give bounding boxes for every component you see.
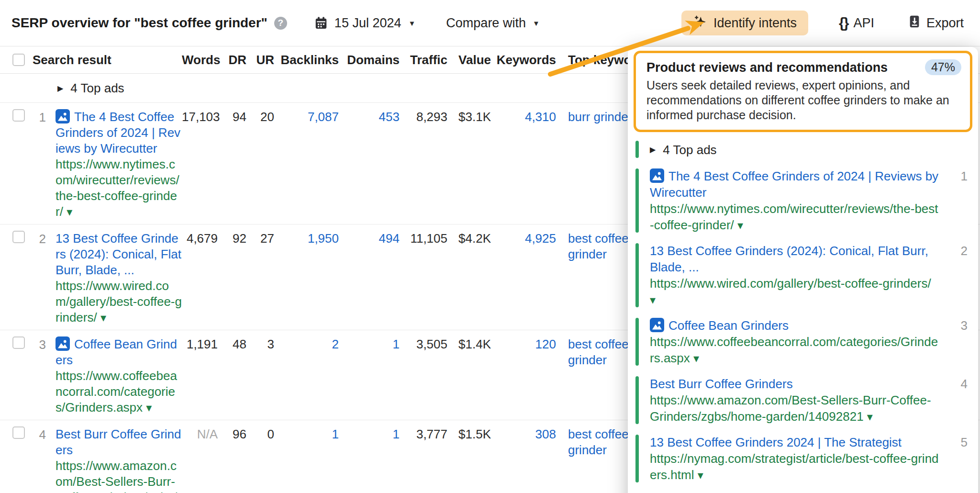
domains-link[interactable]: 494 (339, 231, 400, 246)
result-title-link[interactable]: 13 Best Coffee Grinders (2024): Conical,… (650, 244, 928, 274)
panel-result: 1 The 4 Best Coffee Grinders of 2024 | R… (635, 168, 969, 234)
caret-right-icon: ▶ (650, 142, 656, 158)
compare-with-label: Compare with (446, 16, 526, 31)
keywords-link[interactable]: 308 (491, 426, 556, 442)
panel-result: 4 Best Burr Coffee Grinders https://www.… (635, 375, 969, 426)
panel-result: 2 13 Best Coffee Grinders (2024): Conica… (635, 242, 969, 309)
column-header-search-result: Search result (30, 53, 182, 67)
ur-value: 3 (246, 336, 274, 352)
search-result-cell: Best Burr Coffee Grinders https://www.am… (46, 426, 182, 493)
words-value: 17,103 (182, 109, 218, 125)
domains-link[interactable]: 1 (339, 336, 400, 352)
row-checkbox[interactable] (12, 336, 25, 349)
serp-position: 1 (30, 109, 46, 125)
traffic-value: 3,505 (400, 336, 447, 352)
identify-intents-button[interactable]: Identify intents (681, 11, 808, 35)
select-all-checkbox[interactable] (12, 54, 25, 66)
date-picker[interactable]: 15 Jul 2024 ▼ (314, 16, 415, 31)
backlinks-link[interactable]: 7,087 (274, 109, 339, 125)
result-title-link[interactable]: Coffee Bean Grinders (668, 318, 789, 333)
column-header-keywords: Keywords (491, 53, 556, 67)
serp-position: 5 (961, 434, 968, 450)
url-dropdown-caret[interactable]: ▾ (67, 205, 72, 218)
thumbnail-icon (56, 109, 70, 123)
column-header-backlinks: Backlinks (274, 53, 339, 67)
domains-link[interactable]: 453 (339, 109, 400, 125)
calendar-icon (314, 16, 328, 30)
column-header-words: Words (182, 53, 218, 67)
intent-match-bar (635, 435, 639, 482)
chevron-down-icon: ▼ (408, 19, 415, 27)
sparkles-icon (693, 14, 707, 32)
dr-value: 92 (218, 231, 246, 246)
domains-link[interactable]: 1 (339, 426, 400, 442)
result-title-link[interactable]: Coffee Bean Grinders (56, 337, 177, 367)
result-url[interactable]: https://www.nytimes.com/wirecutter/revie… (56, 157, 179, 219)
column-header-dr: DR (218, 53, 246, 67)
url-dropdown-caret[interactable]: ▾ (698, 469, 703, 482)
ur-value: 20 (246, 109, 274, 125)
column-header-ur: UR (246, 53, 274, 67)
result-title-link[interactable]: Best Burr Coffee Grinders (56, 427, 181, 457)
top-ads-label: 4 Top ads (663, 142, 716, 158)
url-dropdown-caret[interactable]: ▾ (867, 410, 873, 423)
row-checkbox[interactable] (12, 231, 25, 243)
intent-match-bar (635, 141, 639, 158)
compare-with-dropdown[interactable]: Compare with ▼ (446, 16, 539, 31)
search-result-cell: 13 Best Coffee Grinders (2024): Conical,… (46, 231, 182, 325)
result-url[interactable]: https://nymag.com/strategist/article/bes… (650, 451, 939, 482)
keywords-link[interactable]: 120 (491, 336, 556, 352)
result-title-link[interactable]: Best Burr Coffee Grinders (650, 377, 793, 391)
traffic-value: 8,293 (400, 109, 447, 125)
api-button[interactable]: {} API (836, 14, 877, 32)
backlinks-link[interactable]: 1 (274, 426, 339, 442)
url-dropdown-caret[interactable]: ▾ (737, 219, 743, 232)
column-header-traffic: Traffic (400, 53, 447, 67)
result-title-link[interactable]: 13 Best Coffee Grinders 2024 | The Strat… (650, 435, 902, 449)
serp-position: 2 (30, 231, 46, 247)
dr-value: 94 (218, 109, 246, 125)
export-button[interactable]: Export (905, 14, 967, 33)
result-url[interactable]: https://www.wired.com/gallery/best-coffe… (56, 279, 182, 325)
result-title-link[interactable]: 13 Best Coffee Grinders (2024): Conical,… (56, 231, 181, 277)
url-dropdown-caret[interactable]: ▾ (146, 401, 152, 414)
top-bar: SERP overview for "best coffee grinder" … (0, 0, 980, 46)
traffic-value: 3,777 (400, 426, 447, 442)
search-result-cell: Coffee Bean Grinders https://www.coffeeb… (46, 336, 182, 415)
traffic-value: 11,105 (400, 231, 447, 246)
result-title-link[interactable]: The 4 Best Coffee Grinders of 2024 | Rev… (56, 110, 180, 156)
column-header-domains: Domains (339, 53, 400, 67)
backlinks-link[interactable]: 2 (274, 336, 339, 352)
keywords-link[interactable]: 4,310 (491, 109, 556, 125)
value-value: $1.4K (447, 336, 491, 352)
row-checkbox[interactable] (12, 426, 25, 439)
url-dropdown-caret[interactable]: ▾ (100, 311, 106, 324)
result-url[interactable]: https://www.amazon.com/Best-Sellers-Burr… (56, 459, 181, 493)
intent-match-bar (635, 376, 639, 424)
help-icon[interactable]: ? (274, 17, 287, 30)
intent-match-bar (635, 168, 639, 233)
serp-position: 3 (30, 336, 46, 353)
export-icon (908, 14, 921, 32)
intent-title: Product reviews and recommendations (646, 59, 888, 76)
result-url[interactable]: https://www.amazon.com/Best-Sellers-Burr… (650, 393, 931, 424)
words-value: 1,191 (182, 336, 218, 352)
result-url[interactable]: https://www.coffeebeancorral.com/categor… (56, 369, 177, 415)
ur-value: 0 (246, 426, 274, 442)
result-url[interactable]: https://www.nytimes.com/wirecutter/revie… (650, 202, 938, 232)
intent-percent-badge: 47% (925, 59, 961, 75)
backlinks-link[interactable]: 1,950 (274, 231, 339, 246)
intent-card: Product reviews and recommendations 47% … (634, 51, 972, 132)
search-result-cell: The 4 Best Coffee Grinders of 2024 | Rev… (46, 109, 182, 220)
url-dropdown-caret[interactable]: ▾ (693, 352, 699, 365)
panel-top-ads-row[interactable]: ▶ 4 Top ads (635, 140, 969, 159)
url-dropdown-caret[interactable]: ▾ (650, 293, 656, 306)
braces-icon: {} (839, 15, 848, 31)
result-title-link[interactable]: The 4 Best Coffee Grinders of 2024 | Rev… (650, 169, 938, 200)
row-checkbox[interactable] (12, 109, 25, 122)
keywords-link[interactable]: 4,925 (491, 231, 556, 246)
identify-intents-label: Identify intents (713, 16, 797, 31)
value-value: $3.1K (447, 109, 491, 125)
export-label: Export (926, 16, 964, 31)
result-url[interactable]: https://www.wired.com/gallery/best-coffe… (650, 276, 931, 291)
